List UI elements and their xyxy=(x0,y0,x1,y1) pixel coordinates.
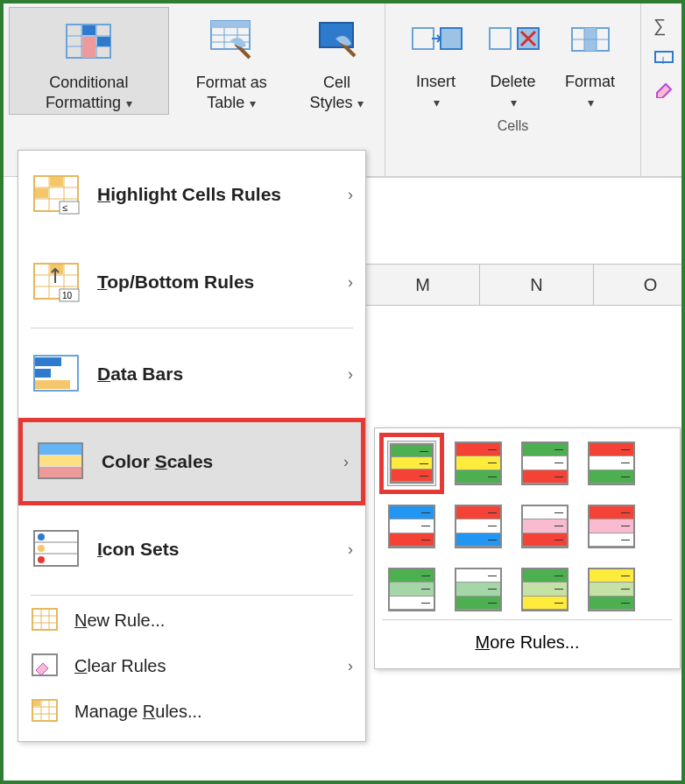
chevron-right-icon: › xyxy=(348,365,353,384)
data-bars-icon xyxy=(31,352,81,396)
color-scale-red-yellow-green[interactable] xyxy=(454,441,503,486)
color-scale-yellow-green[interactable] xyxy=(587,567,636,612)
column-header-o[interactable]: O xyxy=(594,265,685,305)
color-scale-green-yellow-red[interactable] xyxy=(387,441,436,486)
icon-sets-icon xyxy=(31,527,81,571)
new-rule-icon xyxy=(31,607,60,633)
format-button[interactable]: Format▾ xyxy=(554,7,627,113)
svg-rect-7 xyxy=(97,37,110,46)
svg-point-55 xyxy=(38,556,45,563)
color-scale-green-yellow[interactable] xyxy=(520,567,569,612)
insert-button[interactable]: Insert▾ xyxy=(399,7,473,113)
svg-rect-67 xyxy=(33,701,40,706)
chevron-right-icon: › xyxy=(348,186,353,204)
svg-rect-5 xyxy=(82,25,95,35)
color-scales-icon xyxy=(35,440,86,484)
svg-rect-6 xyxy=(82,37,95,58)
conditional-formatting-icon xyxy=(63,19,114,63)
color-scale-white-green[interactable] xyxy=(454,567,503,612)
svg-rect-56 xyxy=(32,609,57,630)
menu-icon-sets-label: Icon Sets xyxy=(97,539,348,560)
cell-styles-icon xyxy=(311,18,362,65)
format-as-table-label: Format as Table xyxy=(196,74,267,111)
svg-rect-30 xyxy=(35,188,48,198)
chevron-right-icon: › xyxy=(348,273,353,292)
manage-rules-icon xyxy=(31,698,60,724)
format-as-table-icon xyxy=(206,18,257,65)
menu-new-rule[interactable]: New Rule... xyxy=(18,597,365,643)
svg-rect-44 xyxy=(35,369,51,378)
top-bottom-icon: 10 xyxy=(31,260,81,304)
conditional-formatting-label: Conditional Formatting xyxy=(46,74,129,111)
svg-text:≤: ≤ xyxy=(62,202,67,213)
color-scales-submenu: More Rules... xyxy=(374,427,681,669)
menu-manage-rules[interactable]: Manage Rules... xyxy=(18,689,365,734)
insert-cells-icon xyxy=(409,21,463,60)
menu-top-bottom-rules[interactable]: 10 Top/Bottom Rules › xyxy=(18,238,365,326)
menu-manage-rules-label: Manage Rules... xyxy=(74,702,202,722)
menu-highlight-cells-label: Highlight Cells Rules xyxy=(97,184,348,205)
color-scale-red-white[interactable] xyxy=(587,504,636,549)
menu-new-rule-label: New Rule... xyxy=(74,611,165,631)
menu-color-scales[interactable]: Color Scales › xyxy=(18,418,365,505)
svg-rect-49 xyxy=(39,467,81,477)
menu-clear-rules-label: Clear Rules xyxy=(74,656,166,676)
format-cells-icon xyxy=(567,21,614,60)
delete-button[interactable]: Delete▾ xyxy=(477,7,550,113)
color-scale-white-red[interactable] xyxy=(520,504,569,549)
svg-rect-47 xyxy=(39,444,81,455)
svg-rect-17 xyxy=(490,28,511,49)
more-rules-link[interactable]: More Rules... xyxy=(382,619,673,658)
svg-point-53 xyxy=(38,533,45,540)
svg-rect-48 xyxy=(39,456,81,466)
svg-rect-24 xyxy=(655,52,673,62)
format-label: Format xyxy=(565,73,615,90)
column-header-m[interactable]: M xyxy=(366,265,480,305)
fill-icon[interactable] xyxy=(653,48,674,68)
menu-icon-sets[interactable]: Icon Sets › xyxy=(18,505,365,593)
color-scale-blue-white-red[interactable] xyxy=(387,504,436,549)
menu-data-bars[interactable]: Data Bars › xyxy=(18,330,365,418)
clear-rules-icon xyxy=(31,653,60,679)
cells-group-label: Cells xyxy=(498,113,529,138)
color-scale-red-white-blue[interactable] xyxy=(454,504,503,549)
highlight-cells-icon: ≤ xyxy=(31,173,81,216)
menu-data-bars-label: Data Bars xyxy=(97,364,348,385)
menu-color-scales-label: Color Scales xyxy=(102,451,343,472)
cell-styles-label: Cell Styles xyxy=(309,74,352,111)
color-scale-grid xyxy=(382,441,673,612)
svg-rect-31 xyxy=(50,177,63,187)
delete-label: Delete xyxy=(490,73,535,90)
conditional-formatting-button[interactable]: Conditional Formatting ▾ xyxy=(9,7,169,115)
svg-rect-43 xyxy=(35,357,61,366)
clear-icon[interactable] xyxy=(653,81,674,102)
chevron-right-icon: › xyxy=(343,453,349,471)
menu-highlight-cells-rules[interactable]: ≤ Highlight Cells Rules › xyxy=(18,151,365,238)
menu-top-bottom-label: Top/Bottom Rules xyxy=(97,272,348,293)
svg-rect-9 xyxy=(211,21,250,28)
cells-group: Insert▾ Delete▾ Format▾ Cells xyxy=(385,4,641,176)
editing-side-icons: ∑ xyxy=(641,4,681,176)
delete-cells-icon xyxy=(486,21,540,60)
color-scale-green-white-red[interactable] xyxy=(520,441,569,486)
format-as-table-button[interactable]: Format as Table ▾ xyxy=(173,7,291,115)
svg-text:10: 10 xyxy=(62,291,73,300)
insert-label: Insert xyxy=(416,73,455,90)
menu-clear-rules[interactable]: Clear Rules › xyxy=(18,643,365,689)
cell-styles-button[interactable]: Cell Styles ▾ xyxy=(294,7,379,115)
svg-rect-16 xyxy=(441,28,462,49)
chevron-right-icon: › xyxy=(348,657,353,675)
svg-rect-15 xyxy=(413,28,434,49)
autosum-icon[interactable]: ∑ xyxy=(653,16,674,36)
conditional-formatting-dropdown: ≤ Highlight Cells Rules › 10 Top/Bottom … xyxy=(18,150,366,742)
svg-point-54 xyxy=(38,545,45,552)
color-scale-green-white[interactable] xyxy=(387,567,436,612)
svg-rect-45 xyxy=(35,380,70,389)
chevron-right-icon: › xyxy=(348,540,353,559)
column-header-n[interactable]: N xyxy=(480,265,594,305)
color-scale-red-white-green[interactable] xyxy=(587,441,636,486)
